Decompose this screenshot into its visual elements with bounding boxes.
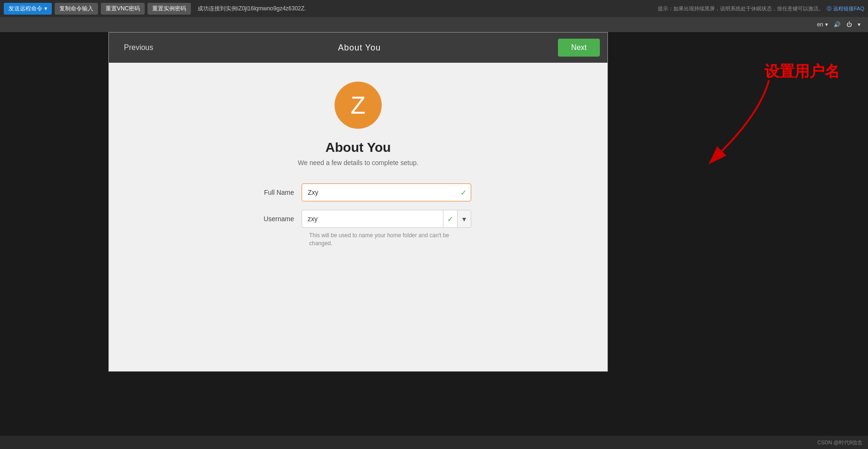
reset-vnc-button[interactable]: 重置VNC密码: [101, 3, 145, 15]
faq-link[interactable]: ⓪ 远程链接FAQ: [827, 5, 864, 12]
language-selector[interactable]: en ▾: [817, 21, 828, 28]
form-container: Full Name ✓ Username ✓ ▾ This will be us…: [245, 183, 471, 252]
reset-instance-button[interactable]: 重置实例密码: [147, 3, 191, 15]
username-row: Username ✓ ▾: [245, 210, 471, 228]
page-subtitle: We need a few details to complete setup.: [298, 159, 418, 166]
full-name-check-icon: ✓: [460, 188, 467, 197]
send-remote-cmd-label: 发送远程命令: [8, 5, 42, 13]
installer-content: Z About You We need a few details to com…: [109, 63, 607, 371]
annotation-arrow: [684, 75, 778, 170]
avatar: Z: [335, 82, 382, 129]
username-hint: This will be used to name your home fold…: [309, 232, 471, 248]
username-input[interactable]: [302, 210, 443, 228]
full-name-input[interactable]: [302, 183, 471, 201]
header-title: About You: [338, 43, 381, 53]
copy-cmd-button[interactable]: 复制命令输入: [55, 3, 98, 15]
installer-window: Previous About You Next Z About You We n…: [108, 32, 608, 372]
bottom-bar: CSDN @时代8信念: [0, 436, 868, 449]
system-bar: en ▾ 🔊 ⏻ ▾: [0, 17, 868, 32]
username-check-icon: ✓: [443, 210, 457, 228]
page-title: About You: [326, 140, 391, 155]
username-label: Username: [245, 215, 302, 223]
previous-button[interactable]: Previous: [116, 40, 161, 56]
volume-icon[interactable]: 🔊: [834, 21, 841, 28]
full-name-label: Full Name: [245, 189, 302, 196]
dropdown-arrow-icon: ▾: [44, 5, 47, 12]
lang-dropdown-icon: ▾: [825, 21, 828, 28]
bottom-text: CSDN @时代8信念: [817, 439, 862, 446]
connection-status: 成功连接到实例iZ0jl16lqmwno9gz4z6302Z.: [194, 5, 655, 13]
username-input-wrap: ✓ ▾: [302, 210, 471, 228]
installer-header: Previous About You Next: [109, 33, 607, 63]
full-name-row: Full Name ✓: [245, 183, 471, 201]
top-toolbar: 发送远程命令 ▾ 复制命令输入 重置VNC密码 重置实例密码 成功连接到实例iZ…: [0, 0, 868, 17]
username-dropdown-button[interactable]: ▾: [457, 210, 471, 228]
full-name-input-wrap: ✓: [302, 183, 471, 201]
power-dropdown-icon[interactable]: ▾: [858, 21, 860, 28]
power-icon[interactable]: ⏻: [846, 21, 852, 28]
send-remote-cmd-button[interactable]: 发送远程命令 ▾: [4, 3, 52, 15]
next-button[interactable]: Next: [558, 39, 600, 57]
toolbar-hint: 提示：如果出现持续黑屏，说明系统处于休眠状态，按任意键可以激活。: [658, 5, 824, 12]
